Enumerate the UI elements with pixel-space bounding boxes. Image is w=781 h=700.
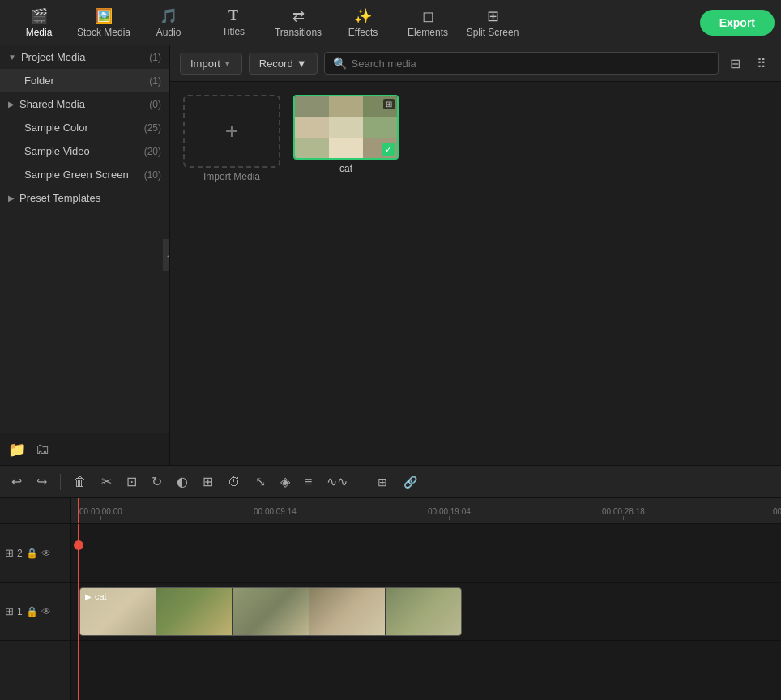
speed-button[interactable]: ⏱ xyxy=(223,472,245,493)
clip-name: cat xyxy=(95,591,107,601)
main-area: ▼ Project Media (1) Folder (1) ▶ Shared … xyxy=(0,45,781,465)
crop-button[interactable]: ⊡ xyxy=(122,471,142,493)
cat-clip-label: ▶ cat xyxy=(85,591,107,601)
remove-folder-icon[interactable]: 🗂 xyxy=(36,441,50,458)
cat-clip[interactable]: ▶ cat xyxy=(79,587,462,636)
track-1-number: 1 xyxy=(17,606,23,617)
track-2-label: ⊞ 2 🔒 👁 xyxy=(0,524,70,583)
clip-frame-3 xyxy=(233,588,308,635)
import-media-tile[interactable]: + Import Media xyxy=(183,95,280,182)
playhead-circle xyxy=(74,540,83,550)
cat-cell-2 xyxy=(329,96,363,117)
timeline-tracks: ▶ cat xyxy=(71,524,781,700)
track-1-num-icon: ⊞ xyxy=(5,605,14,617)
sidebar-item-sample-green-screen[interactable]: Sample Green Screen (10) xyxy=(0,163,169,186)
delete-button[interactable]: 🗑 xyxy=(69,472,92,493)
clip-frame-2 xyxy=(156,588,232,635)
color-button[interactable]: ◐ xyxy=(172,471,193,493)
filter-button[interactable]: ⊟ xyxy=(725,53,745,75)
expand-arrow-preset-templates: ▶ xyxy=(8,194,15,203)
undo-button[interactable]: ↩ xyxy=(6,471,27,493)
titles-icon: T xyxy=(228,7,238,24)
track-1-lock-icon[interactable]: 🔒 xyxy=(26,606,38,617)
toolbar-split-screen[interactable]: ⊞ Split Screen xyxy=(460,2,525,43)
ruler-ts-0: 00:00:00:00 xyxy=(79,507,122,516)
clip-thumb-3 xyxy=(233,588,308,635)
transform-button[interactable]: ⊞ xyxy=(198,471,218,493)
cat-media-label: cat xyxy=(339,163,352,174)
search-icon: 🔍 xyxy=(333,57,347,70)
ruler-mark-3: 00:00:28:18 xyxy=(602,507,645,520)
cat-cell-4 xyxy=(295,117,329,137)
sample-color-label: Sample Color xyxy=(24,122,144,134)
track-1-label: ⊞ 1 🔒 👁 xyxy=(0,583,70,641)
sidebar-item-project-media[interactable]: ▼ Project Media (1) xyxy=(0,45,169,69)
track-2-lock-icon[interactable]: 🔒 xyxy=(26,548,38,559)
sidebar-item-preset-templates[interactable]: ▶ Preset Templates xyxy=(0,186,169,210)
sidebar-item-sample-video[interactable]: Sample Video (20) xyxy=(0,139,169,163)
link-button[interactable]: 🔗 xyxy=(399,472,422,492)
toolbar-transitions-label: Transitions xyxy=(275,27,322,38)
cat-media-thumb[interactable]: ⊞ ✓ xyxy=(293,95,399,160)
track-2-num-icon: ⊞ xyxy=(5,547,14,559)
toolbar-effects[interactable]: ✨ Effects xyxy=(331,2,395,43)
sidebar-collapse-button[interactable]: ◀ xyxy=(163,239,170,271)
search-input[interactable] xyxy=(352,58,710,70)
track-2-row[interactable] xyxy=(71,524,781,583)
folder-label: Folder xyxy=(24,75,149,87)
add-track-button[interactable]: ⊞ xyxy=(373,472,392,492)
toolbar-transitions[interactable]: ⇄ Transitions xyxy=(266,2,331,43)
track-1-eye-icon[interactable]: 👁 xyxy=(41,606,51,617)
timeline-ruler: 00:00:00:00 00:00:09:14 00:00:19:04 00:0… xyxy=(71,498,781,524)
expand-arrow-project-media: ▼ xyxy=(8,53,16,62)
audio-mix-button[interactable]: ≡ xyxy=(300,472,317,493)
toolbar-stock-media[interactable]: 🖼️ Stock Media xyxy=(71,2,136,43)
effects-icon: ✨ xyxy=(354,7,372,25)
toolbar-elements-label: Elements xyxy=(408,27,448,38)
ruler-mark-2: 00:00:19:04 xyxy=(428,507,471,520)
toolbar-elements[interactable]: ◻ Elements xyxy=(395,2,460,43)
stabilize-button[interactable]: ◈ xyxy=(275,471,295,493)
import-button[interactable]: Import ▼ xyxy=(180,53,242,75)
toolbar-media[interactable]: 🎬 Media xyxy=(6,2,71,43)
import-drop-zone[interactable]: + xyxy=(183,95,280,168)
sidebar-item-shared-media[interactable]: ▶ Shared Media (0) xyxy=(0,92,169,116)
sidebar-item-sample-color[interactable]: Sample Color (25) xyxy=(0,116,169,139)
record-button[interactable]: Record ▼ xyxy=(249,53,318,75)
preset-templates-label: Preset Templates xyxy=(19,192,161,204)
cat-cell-8 xyxy=(329,138,363,158)
shared-media-label: Shared Media xyxy=(19,98,149,110)
toolbar-split-screen-label: Split Screen xyxy=(467,27,519,38)
record-label: Record xyxy=(259,58,293,70)
cat-cell-5 xyxy=(329,117,363,137)
redo-button[interactable]: ↪ xyxy=(32,471,52,493)
cut-button[interactable]: ✂ xyxy=(96,471,117,493)
ruler-playhead xyxy=(78,498,79,523)
content-toolbar: Import ▼ Record ▼ 🔍 ⊟ ⠿ xyxy=(170,45,781,82)
track-1-row[interactable]: ▶ cat xyxy=(71,583,781,641)
sample-green-screen-count: (10) xyxy=(144,169,161,181)
track-2-eye-icon[interactable]: 👁 xyxy=(41,548,51,559)
import-dropdown-arrow: ▼ xyxy=(224,59,232,68)
waveform-button[interactable]: ∿∿ xyxy=(322,471,352,493)
clip-play-icon: ▶ xyxy=(85,592,92,601)
zoom-button[interactable]: ⤡ xyxy=(250,471,271,493)
toolbar-audio[interactable]: 🎵 Audio xyxy=(136,2,201,43)
project-media-label: Project Media xyxy=(21,51,149,63)
media-icon: 🎬 xyxy=(30,7,48,25)
sample-video-count: (20) xyxy=(144,146,161,157)
grid-view-button[interactable]: ⠿ xyxy=(752,53,771,75)
toolbar-titles[interactable]: T Titles xyxy=(201,2,266,43)
top-toolbar: 🎬 Media 🖼️ Stock Media 🎵 Audio T Titles … xyxy=(0,0,781,45)
sidebar-item-folder[interactable]: Folder (1) xyxy=(0,69,169,92)
ruler-ts-3: 00:00:28:18 xyxy=(602,507,645,516)
track-labels: ⊞ 2 🔒 👁 ⊞ 1 🔒 👁 xyxy=(0,498,71,700)
export-button[interactable]: Export xyxy=(700,10,775,36)
cat-media-tile[interactable]: ⊞ ✓ cat xyxy=(293,95,399,182)
toolbar-titles-label: Titles xyxy=(222,26,245,37)
add-folder-icon[interactable]: 📁 xyxy=(8,441,26,459)
clip-thumb-5 xyxy=(386,588,461,635)
transitions-icon: ⇄ xyxy=(292,7,305,25)
cat-cell-1 xyxy=(295,96,329,117)
rotate-button[interactable]: ↻ xyxy=(147,471,167,493)
